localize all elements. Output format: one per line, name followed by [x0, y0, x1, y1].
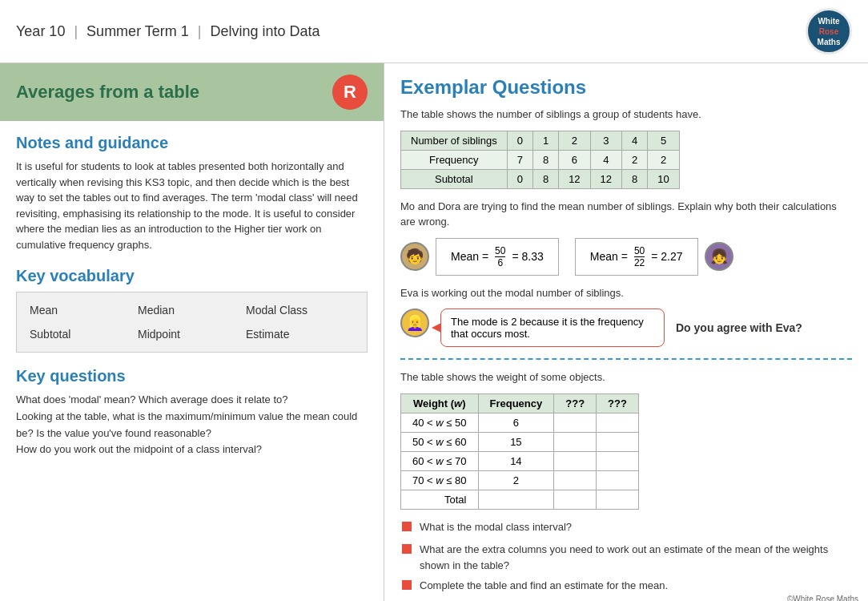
red-bullet-icon: [400, 543, 413, 560]
header-cell: Number of siblings: [401, 131, 508, 150]
header-title: Year 10 | Summer Term 1 | Delving into D…: [16, 23, 320, 40]
left-column: Averages from a table R Notes and guidan…: [0, 63, 384, 601]
eva-agree-text: Do you agree with Eva?: [676, 321, 802, 334]
weight-col-header: Weight (w): [401, 393, 479, 413]
table-row: 50 < w ≤ 60 15: [401, 432, 639, 451]
chapter-label: Delving into Data: [211, 23, 320, 39]
vocab-median: Median: [138, 304, 246, 317]
questions-heading: Key questions: [16, 367, 368, 385]
dora-mean-box: Mean = 50 22 = 2.27: [575, 238, 698, 276]
table-row: 60 < w ≤ 70 14: [401, 451, 639, 470]
list-item: What is the modal class interval?: [400, 519, 852, 538]
list-item: Complete the table and find an estimate …: [400, 578, 852, 596]
eva-row: 👱‍♀️ The mode is 2 because it is the fre…: [400, 309, 852, 347]
dora-mean-fraction: 50 22: [634, 245, 645, 268]
mo-mean-label: Mean =: [451, 250, 488, 263]
right-column: Exemplar Questions The table shows the n…: [384, 63, 868, 601]
vocab-heading: Key vocabulary: [16, 267, 368, 285]
dora-mean-label: Mean =: [590, 250, 628, 263]
svg-rect-1: [402, 544, 412, 554]
left-col-inner: Notes and guidance It is useful for stud…: [0, 134, 384, 458]
wrm-logo: White Rose Maths: [806, 8, 852, 54]
notes-heading: Notes and guidance: [16, 134, 368, 152]
mo-icon: 🧒: [400, 242, 429, 271]
mean-row: 🧒 Mean = 50 6 = 8.33 Mean = 50 22: [400, 238, 852, 276]
exemplar-title: Exemplar Questions: [400, 76, 852, 99]
siblings-table: Number of siblings 0 1 2 3 4 5 Frequency…: [400, 131, 680, 189]
table-row: Frequency 7 8 6 4 2 2: [401, 150, 680, 169]
header: Year 10 | Summer Term 1 | Delving into D…: [0, 0, 868, 63]
dora-character: Mean = 50 22 = 2.27 👧: [575, 238, 733, 276]
table-row: Number of siblings 0 1 2 3 4 5: [401, 131, 680, 150]
vocab-estimate: Estimate: [246, 328, 354, 341]
copyright: ©White Rose Maths: [787, 595, 858, 601]
table-row: Subtotal 0 8 12 12 8 10: [401, 169, 680, 188]
mo-mean-result: = 8.33: [512, 250, 543, 263]
list-item: What are the extra columns you need to w…: [400, 542, 852, 573]
dora-mean-result: = 2.27: [651, 250, 682, 263]
year-label: Year 10: [16, 23, 65, 39]
topic-banner: Averages from a table R: [0, 63, 384, 121]
mo-mean-box: Mean = 50 6 = 8.33: [436, 238, 559, 276]
notes-text: It is useful for students to look at tab…: [16, 159, 368, 252]
bullet-list: What is the modal class interval? What a…: [400, 519, 852, 602]
topic-title: Averages from a table: [16, 82, 199, 103]
vocab-box: Mean Median Modal Class Subtotal Midpoin…: [16, 292, 368, 353]
key-questions-text: What does 'modal' mean? Which average do…: [16, 392, 368, 458]
q3-intro: The table shows the weight of some objec…: [400, 369, 852, 385]
mo-mean-fraction: 50 6: [495, 245, 505, 268]
svg-rect-2: [402, 580, 412, 590]
vocab-mean: Mean: [30, 304, 138, 317]
main-content: Averages from a table R Notes and guidan…: [0, 63, 868, 601]
table-row: 70 < w ≤ 80 2: [401, 470, 639, 490]
term-label: Summer Term 1: [86, 23, 189, 39]
eva-icon: 👱‍♀️: [400, 309, 429, 337]
table-row: 40 < w ≤ 50 6: [401, 413, 639, 432]
dashed-divider: [400, 358, 852, 360]
r-badge: R: [332, 75, 368, 110]
red-bullet-icon: [400, 520, 413, 538]
table-row-total: Total: [401, 490, 639, 509]
eva-speech-bubble: The mode is 2 because it is the frequenc…: [440, 309, 665, 347]
vocab-modal-class: Modal Class: [246, 304, 354, 317]
vocab-midpoint: Midpoint: [138, 328, 246, 341]
q1-intro: The table shows the number of siblings a…: [400, 107, 852, 123]
table-row: Weight (w) Frequency ??? ???: [401, 393, 639, 413]
q1-question: Mo and Dora are trying to find the mean …: [400, 199, 852, 230]
mo-character: 🧒 Mean = 50 6 = 8.33: [400, 238, 559, 276]
svg-rect-0: [402, 522, 412, 531]
dora-icon: 👧: [705, 242, 733, 271]
weight-table: Weight (w) Frequency ??? ??? 40 < w ≤ 50…: [400, 393, 639, 510]
red-bullet-icon: [400, 579, 413, 596]
vocab-subtotal: Subtotal: [30, 328, 138, 341]
q2-intro: Eva is working out the modal number of s…: [400, 285, 852, 301]
